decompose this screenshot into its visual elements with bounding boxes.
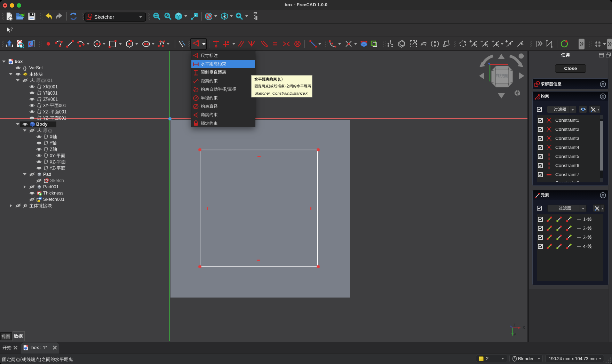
svg-text:X: X [523, 325, 525, 330]
svg-text:Y: Y [514, 333, 516, 337]
svg-text:?: ? [10, 27, 13, 32]
svg-text:Z: Z [514, 323, 516, 327]
svg-text:Sketcher: Sketcher [94, 14, 114, 20]
